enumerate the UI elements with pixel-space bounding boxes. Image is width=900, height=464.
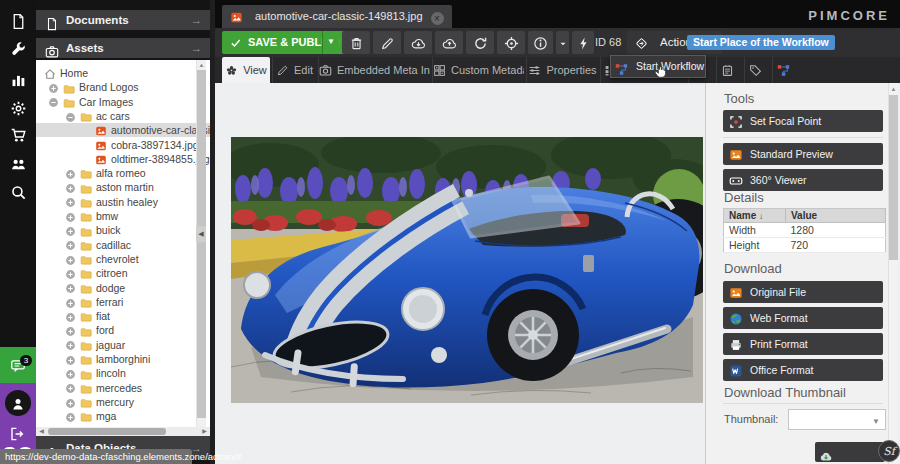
tab-properties[interactable]: Properties [526, 57, 598, 83]
panel-collapse-handle[interactable]: ◀ [196, 226, 206, 242]
tree-expander-minus-icon[interactable] [65, 110, 76, 121]
panel-scrollbar-thumb[interactable] [889, 95, 898, 260]
tree-item-oldtimer-3894855-jpg[interactable]: oldtimer-3894855.jpg [36, 152, 210, 166]
tree-expander-plus-icon[interactable] [65, 410, 76, 421]
tree-expander-plus-icon[interactable] [65, 310, 76, 321]
tree-expander-plus-icon[interactable] [65, 181, 76, 192]
tree-expander-plus-icon[interactable] [65, 367, 76, 378]
tree-item-home[interactable]: Home [36, 66, 210, 80]
clear-thumbnails-button[interactable] [572, 31, 594, 54]
scroll-right-arrow-icon[interactable]: ▶ [200, 427, 209, 436]
details-col-value[interactable]: Value [786, 209, 886, 223]
tree-item-jaguar[interactable]: jaguar [36, 338, 210, 352]
tree-expander-plus-icon[interactable] [65, 253, 76, 264]
tree-item-bmw[interactable]: bmw [36, 209, 210, 223]
user-avatar[interactable] [5, 390, 31, 416]
tree-item-car-images[interactable]: Car Images [36, 95, 210, 109]
tree-item-ferrari[interactable]: ferrari [36, 295, 210, 309]
tree-expander-plus-icon[interactable] [65, 196, 76, 207]
tab-view[interactable]: View [222, 57, 270, 83]
print-format-button[interactable]: Print Format [723, 333, 883, 355]
tree-expander-plus-icon[interactable] [65, 267, 76, 278]
rail-settings-button[interactable] [0, 96, 36, 122]
tree-item-ford[interactable]: ford [36, 323, 210, 337]
rename-button[interactable] [373, 31, 401, 54]
tree-item-dodge[interactable]: dodge [36, 281, 210, 295]
tree-item-fiat[interactable]: fiat [36, 309, 210, 323]
tree-item-lincoln[interactable]: lincoln [36, 366, 210, 380]
rail-search-button[interactable] [0, 180, 36, 206]
tree-expander-plus-icon[interactable] [65, 382, 76, 393]
360-viewer-button[interactable]: 360° Viewer [723, 169, 883, 191]
tree-expander-plus-icon[interactable] [65, 353, 76, 364]
tree-item-alfa-romeo[interactable]: alfa romeo [36, 166, 210, 180]
tree-expander-plus-icon[interactable] [65, 239, 76, 250]
tab-calendar[interactable] [716, 57, 742, 83]
assets-accordion-header[interactable]: Assets → [36, 38, 210, 58]
extension-badge[interactable]: Sf [878, 440, 900, 462]
tree-expander-plus-icon[interactable] [65, 324, 76, 335]
standard-preview-button[interactable]: Standard Preview [723, 143, 883, 165]
tree-item-brand-logos[interactable]: Brand Logos [36, 80, 210, 94]
upload-button[interactable] [435, 31, 463, 54]
tree-vertical-scrollbar-thumb[interactable] [197, 70, 206, 418]
tree-expander-plus-icon[interactable] [65, 282, 76, 293]
set-focal-point-button[interactable]: Set Focal Point [723, 110, 883, 132]
tree-item-automotive-car-classic-14[interactable]: automotive-car-classic-14 [36, 123, 210, 137]
info-more-button[interactable] [556, 31, 569, 54]
thumbnail-select[interactable]: ▼ [788, 409, 886, 430]
tree-expander-plus-icon[interactable] [65, 167, 76, 178]
tree-expander-plus-icon[interactable] [65, 396, 76, 407]
tree-item-cobra-3897134-jpg[interactable]: cobra-3897134.jpg [36, 138, 210, 152]
tree-item-austin-healey[interactable]: austin healey [36, 195, 210, 209]
tree-item-buick[interactable]: buick [36, 223, 210, 237]
rail-ecommerce-button[interactable] [0, 123, 36, 149]
scroll-up-arrow-icon[interactable]: ▲ [197, 60, 206, 70]
tab-tag[interactable] [744, 57, 770, 83]
locate-in-tree-button[interactable] [497, 31, 525, 54]
arrow-right-icon[interactable]: → [191, 10, 203, 30]
close-tab-icon[interactable]: × [431, 12, 444, 25]
web-format-button[interactable]: Web Format [723, 307, 883, 329]
office-format-button[interactable]: Office Format [723, 359, 883, 381]
delete-button[interactable] [342, 31, 370, 54]
tree-item-cadillac[interactable]: cadillac [36, 238, 210, 252]
scroll-left-arrow-icon[interactable]: ◀ [37, 427, 46, 436]
tree-item-aston-martin[interactable]: aston martin [36, 180, 210, 194]
tree-item-mercedes[interactable]: mercedes [36, 381, 210, 395]
original-file-button[interactable]: Original File [723, 281, 883, 303]
tree-expander-plus-icon[interactable] [65, 224, 76, 235]
rail-documents-button[interactable] [0, 9, 36, 35]
reload-button[interactable] [466, 31, 494, 54]
tree-item-ac-cars[interactable]: ac cars [36, 109, 210, 123]
tree-item-citroen[interactable]: citroen [36, 266, 210, 280]
rail-reports-button[interactable] [0, 67, 36, 93]
info-button[interactable] [528, 31, 553, 54]
tab-custom-metadata[interactable]: Custom Metadata [432, 57, 524, 83]
tree-expander-minus-icon[interactable] [48, 96, 59, 107]
table-row[interactable]: Height720 [724, 238, 886, 253]
table-row[interactable]: Width1280 [724, 223, 886, 238]
tree-expander-plus-icon[interactable] [65, 339, 76, 350]
save-options-caret[interactable]: ▼ [322, 31, 339, 54]
logout-icon[interactable] [9, 424, 27, 442]
tree-expander-plus-icon[interactable] [65, 210, 76, 221]
tree-item-mercury[interactable]: mercury [36, 395, 210, 409]
tree-item-lamborghini[interactable]: lamborghini [36, 352, 210, 366]
details-col-name[interactable]: Name ↓ [724, 209, 786, 223]
rail-customers-button[interactable] [0, 152, 36, 178]
open-file-tab[interactable]: automotive-car-classic-149813.jpg× [222, 5, 452, 28]
tree-item-chevrolet[interactable]: chevrolet [36, 252, 210, 266]
rail-tools-button[interactable] [0, 37, 36, 63]
tree-horizontal-scrollbar-thumb[interactable] [48, 428, 166, 435]
documents-accordion-header[interactable]: Documents → [36, 10, 210, 30]
arrow-right-icon[interactable]: → [191, 38, 203, 58]
tree-item-mga[interactable]: mga [36, 409, 210, 423]
download-button[interactable]: Download [815, 442, 885, 462]
tab-edit[interactable]: Edit [272, 57, 316, 83]
download-button[interactable] [404, 31, 432, 54]
scroll-up-arrow-icon[interactable]: ▲ [889, 84, 898, 94]
tab-workflow[interactable] [772, 57, 798, 83]
chat-feedback-button[interactable] [0, 347, 36, 383]
tab-embedded-meta-info[interactable]: Embedded Meta Info [318, 57, 430, 83]
